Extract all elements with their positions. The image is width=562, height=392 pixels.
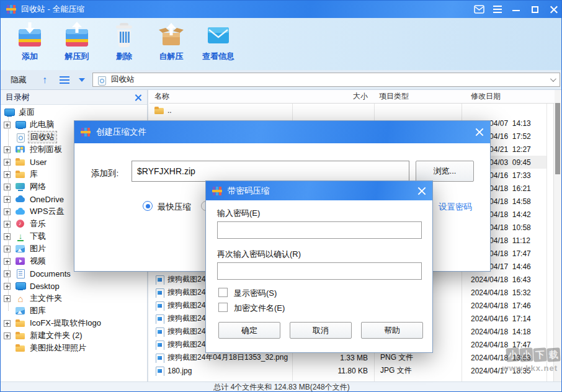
trash-icon	[110, 21, 138, 50]
dialog-titlebar[interactable]: 创建压缩文件	[74, 121, 490, 143]
hide-panel-button[interactable]: 隐藏	[11, 74, 27, 86]
close-icon[interactable]	[417, 187, 426, 195]
table-row[interactable]: 180.jpg11.80 KBJPG 文件2024/04/17 18:35	[149, 364, 555, 377]
cloud-icon	[15, 207, 26, 216]
image-file-icon	[154, 353, 165, 363]
cancel-button[interactable]: 取消	[290, 322, 352, 339]
expand-icon[interactable]	[4, 146, 11, 153]
archive-add-icon	[16, 21, 43, 50]
table-row[interactable]: 搜狗截图24年04月18日1353_32.png1.33 MBPNG 文件202…	[149, 351, 555, 364]
expand-icon[interactable]	[4, 208, 11, 215]
extract-to-button[interactable]: 解压到	[54, 21, 100, 67]
expand-icon[interactable]	[4, 320, 11, 327]
maximize-button[interactable]	[525, 1, 544, 18]
address-dropdown-icon[interactable]	[550, 76, 556, 82]
set-password-link[interactable]: 设置密码	[439, 202, 472, 213]
image-file-icon	[154, 366, 165, 376]
image-file-icon	[154, 340, 165, 350]
expand-icon[interactable]	[4, 122, 11, 128]
folder-icon	[154, 105, 165, 115]
vertical-scrollbar[interactable]	[553, 90, 561, 381]
scrollbar-thumb[interactable]	[555, 103, 560, 174]
image-file-icon	[154, 275, 165, 285]
confirm-password-input[interactable]	[217, 262, 422, 280]
app-logo-icon	[81, 127, 91, 137]
expand-icon[interactable]	[4, 233, 11, 240]
window-title: 回收站 - 全能压缩	[21, 4, 85, 15]
expand-icon[interactable]	[4, 283, 11, 290]
password-dialog: 带密码压缩 输入密码(E) 再次输入密码以确认(R) 显示密码(S) 加密文件名…	[205, 180, 433, 353]
close-button[interactable]	[544, 1, 562, 18]
mail-icon	[474, 5, 484, 14]
tree-item-meitu[interactable]: 美图批处理照片	[1, 342, 147, 354]
add-to-label: 添加到:	[91, 168, 118, 179]
dropdown-caret-icon[interactable]	[79, 78, 85, 82]
fastest-compress-radio[interactable]	[143, 201, 153, 211]
recycle-bin-icon	[96, 75, 107, 85]
feedback-mail-button[interactable]	[470, 1, 488, 18]
image-file-icon	[154, 314, 165, 324]
tree-item-new-folder[interactable]: 新建文件夹 (2)	[1, 329, 147, 342]
show-password-checkbox[interactable]	[218, 288, 228, 297]
dialog-title: 创建压缩文件	[96, 127, 146, 138]
column-size[interactable]: 大小	[292, 91, 374, 102]
close-icon[interactable]	[475, 128, 484, 136]
toolbar-label: 自解压	[159, 51, 184, 62]
list-header: 名称 大小 项目类型 修改日期	[149, 90, 555, 104]
dialog-title: 带密码压缩	[228, 185, 270, 197]
download-icon	[15, 231, 26, 241]
up-directory-icon[interactable]: ↑	[35, 74, 54, 86]
expand-icon[interactable]	[4, 196, 11, 203]
add-button[interactable]: 添加	[7, 21, 53, 67]
archive-extract-icon	[63, 21, 91, 50]
tree-item-desktop-root[interactable]: 桌面	[1, 106, 147, 118]
sfx-button[interactable]: 自解压	[148, 21, 194, 67]
column-type[interactable]: 项目类型	[374, 91, 462, 102]
video-icon	[15, 256, 26, 266]
close-panel-icon[interactable]	[135, 94, 142, 101]
close-icon	[550, 6, 558, 14]
view-list-icon[interactable]	[60, 76, 69, 84]
recycle-bin-icon	[15, 132, 26, 142]
expand-icon[interactable]	[4, 332, 11, 339]
view-info-button[interactable]: 查看信息	[195, 21, 241, 67]
status-bar: 总计 4个文件夹和 124.83 MB(248个文件)	[1, 381, 562, 392]
dialog-titlebar[interactable]: 带密码压缩	[206, 181, 432, 200]
expand-icon[interactable]	[4, 159, 11, 166]
address-bar[interactable]: 回收站	[92, 73, 560, 87]
tree-item-icofx[interactable]: IcoFX-提取软件logo	[1, 317, 147, 329]
expand-icon[interactable]	[4, 270, 11, 277]
minimize-button[interactable]	[507, 1, 525, 18]
encrypt-filenames-checkbox[interactable]	[218, 303, 228, 312]
expand-icon[interactable]	[4, 295, 11, 302]
show-password-label: 显示密码(S)	[234, 288, 277, 299]
image-file-icon	[154, 288, 165, 298]
tree-item-home-folder[interactable]: 主文件夹	[1, 292, 147, 305]
help-button[interactable]: 帮助	[361, 322, 423, 339]
status-summary: 总计 4个文件夹和 124.83 MB(248个文件)	[213, 382, 349, 392]
expand-icon[interactable]	[4, 184, 11, 190]
main-toolbar: 添加 解压到 删除	[1, 18, 562, 70]
image-file-icon	[154, 301, 165, 311]
folder-icon	[15, 318, 26, 328]
tree-item-desktop[interactable]: Desktop	[1, 280, 147, 292]
expand-icon[interactable]	[4, 246, 11, 252]
browse-button[interactable]: 浏览...	[416, 161, 474, 182]
column-date[interactable]: 修改日期	[462, 91, 501, 102]
expand-icon[interactable]	[4, 171, 11, 178]
expand-icon[interactable]	[4, 221, 11, 228]
password-input[interactable]	[217, 221, 422, 239]
ok-button[interactable]: 确定	[218, 322, 280, 339]
column-name[interactable]: 名称	[149, 91, 292, 102]
folder-icon	[15, 157, 26, 167]
archive-name-input[interactable]	[132, 161, 409, 182]
address-text: 回收站	[111, 74, 135, 85]
delete-button[interactable]: 删除	[101, 21, 147, 67]
expand-icon[interactable]	[4, 258, 11, 265]
tree-panel-title: 目录树	[6, 92, 30, 103]
tree-item-gallery[interactable]: 图库	[1, 305, 147, 317]
table-row[interactable]: ..	[149, 104, 555, 117]
menu-button[interactable]	[488, 1, 507, 18]
titlebar[interactable]: 回收站 - 全能压缩	[1, 1, 562, 18]
folder-icon	[15, 343, 26, 353]
